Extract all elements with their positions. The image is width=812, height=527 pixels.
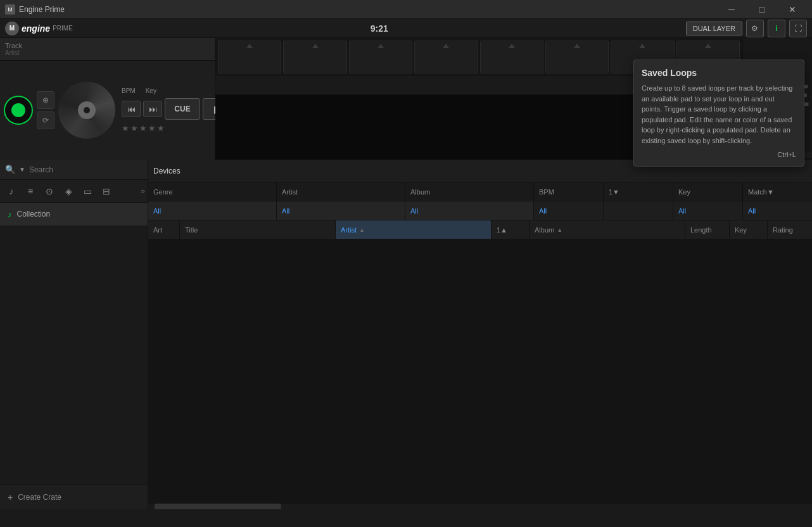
prev-track-button[interactable]: ⏮ xyxy=(122,101,141,117)
pad-triangle-icon xyxy=(246,44,253,48)
sidebar-more-button[interactable]: » xyxy=(141,187,145,196)
col-rating-header[interactable]: Rating xyxy=(768,220,812,239)
filter-key-all[interactable]: All xyxy=(673,201,743,220)
star-1: ★ xyxy=(122,124,129,133)
col-bpm-header[interactable]: 1▲ xyxy=(492,220,530,239)
filter-genre[interactable]: Genre xyxy=(148,182,277,201)
filter-bpm[interactable]: BPM xyxy=(534,182,604,201)
sidebar: 🔍 ▼ ♪ ≡ ⊙ ◈ ▭ ⊟ » ♪ Collection xyxy=(0,160,148,509)
pad-5[interactable] xyxy=(480,41,543,73)
vinyl-record xyxy=(58,82,115,139)
create-crate-button[interactable]: + Create Crate xyxy=(0,484,148,509)
app-header: M engine PRIME 9:21 DUAL LAYER ⚙ i ⛶ xyxy=(0,19,812,38)
pad-triangle-icon xyxy=(509,44,515,48)
star-4: ★ xyxy=(148,124,156,133)
filter-genre-all[interactable]: All xyxy=(148,201,277,220)
bpm-title: BPM xyxy=(122,87,136,94)
pad-triangle-icon xyxy=(639,44,645,48)
expand-button[interactable]: ⛶ xyxy=(789,20,807,37)
pad-triangle-icon xyxy=(705,44,711,48)
key-title: Key xyxy=(146,87,156,94)
sidebar-tree: ♪ Collection xyxy=(0,203,148,484)
cue-button[interactable]: CUE xyxy=(165,98,200,120)
track-label: Track xyxy=(5,42,210,49)
filter-bpm-range[interactable]: 1▼ xyxy=(604,182,673,201)
filter-match[interactable]: Match▼ xyxy=(743,182,812,201)
content-area: Devices Genre Artist Album BPM 1▼ Key Ma… xyxy=(148,160,812,509)
filter-all-row: All All All All All All xyxy=(148,201,812,220)
pad-triangle-icon xyxy=(312,44,319,48)
sidebar-history-icon[interactable]: ⊙ xyxy=(41,182,58,200)
settings-button[interactable]: ⚙ xyxy=(746,20,764,37)
pad-1[interactable] xyxy=(218,41,281,73)
col-key-header[interactable]: Key xyxy=(730,220,768,239)
sidebar-collection-icon[interactable]: ♪ xyxy=(3,182,20,200)
deck-body: ⊕ ⟳ BPM Key xyxy=(0,61,215,160)
filter-bpm-range-all xyxy=(604,201,673,220)
logo-prime-text: PRIME xyxy=(53,25,73,32)
tab-spacer xyxy=(215,76,655,94)
filter-artist-all[interactable]: All xyxy=(277,201,405,220)
bpm-item: BPM xyxy=(122,87,136,94)
col-art-header[interactable]: Art xyxy=(148,220,180,239)
filter-album[interactable]: Album xyxy=(405,182,534,201)
loop-icon-button[interactable]: ⟳ xyxy=(37,111,54,129)
filter-key[interactable]: Key xyxy=(673,182,743,201)
app-icon: M xyxy=(5,4,15,15)
filter-match-all[interactable]: All xyxy=(743,201,812,220)
search-bar: 🔍 ▼ xyxy=(0,160,148,180)
app-title: Engine Prime xyxy=(19,5,65,14)
pad-triangle-icon xyxy=(443,44,449,48)
sidebar-box-icon[interactable]: ▭ xyxy=(79,182,96,200)
next-track-button[interactable]: ⏭ xyxy=(143,101,162,117)
dual-layer-button[interactable]: DUAL LAYER xyxy=(686,22,742,35)
search-input[interactable] xyxy=(29,165,143,174)
col-title-header[interactable]: Title xyxy=(180,220,336,239)
col-headers: Art Title Artist ▲ 1▲ Album ▲ Length xyxy=(148,220,812,239)
sidebar-list-icon[interactable]: ≡ xyxy=(22,182,39,200)
title-bar-controls: ─ □ ✕ xyxy=(717,0,807,19)
filter-icon-button[interactable]: ⊕ xyxy=(37,91,54,109)
star-3: ★ xyxy=(139,124,147,133)
sidebar-icons: ♪ ≡ ⊙ ◈ ▭ ⊟ » xyxy=(0,180,148,203)
info-button[interactable]: i xyxy=(768,20,785,37)
header-controls: DUAL LAYER ⚙ i ⛶ xyxy=(686,20,807,37)
create-crate-plus-icon: + xyxy=(8,492,13,502)
filter-bpm-all[interactable]: All xyxy=(534,201,604,220)
play-button[interactable] xyxy=(4,96,33,125)
horizontal-scrollbar[interactable] xyxy=(148,503,812,509)
sidebar-crate-icon[interactable]: ◈ xyxy=(60,182,77,200)
search-dropdown-icon[interactable]: ▼ xyxy=(19,166,25,173)
pad-4[interactable] xyxy=(414,41,478,73)
pad-2[interactable] xyxy=(283,41,346,73)
filter-row: Genre Artist Album BPM 1▼ Key Match▼ xyxy=(148,182,812,201)
pad-3[interactable] xyxy=(349,41,412,73)
col-artist-header[interactable]: Artist ▲ xyxy=(336,220,492,239)
pad-triangle-icon xyxy=(377,44,384,48)
col-album-header[interactable]: Album ▲ xyxy=(530,220,685,239)
devices-label: Devices xyxy=(153,167,181,175)
record-dot xyxy=(84,107,90,113)
filter-album-all[interactable]: All xyxy=(405,201,534,220)
title-bar-left: M Engine Prime xyxy=(5,4,65,15)
artist-label: Artist xyxy=(5,49,210,56)
side-icons: ⊕ ⟳ xyxy=(37,91,54,129)
saved-loops-popup: Saved Loops Create up to 8 saved loops p… xyxy=(633,60,804,167)
deck-track-info: Track Artist xyxy=(0,38,215,61)
sidebar-device-icon[interactable]: ⊟ xyxy=(98,182,115,200)
logo-text: engine xyxy=(22,23,50,34)
pad-6[interactable] xyxy=(545,41,609,73)
title-bar: M Engine Prime ─ □ ✕ xyxy=(0,0,812,19)
collection-icon: ♪ xyxy=(8,210,12,219)
record-center xyxy=(78,101,96,119)
create-crate-label: Create Crate xyxy=(18,493,61,502)
play-inner-icon xyxy=(11,103,25,117)
close-button[interactable]: ✕ xyxy=(778,0,807,19)
filter-artist[interactable]: Artist xyxy=(277,182,405,201)
col-length-header[interactable]: Length xyxy=(685,220,730,239)
logo-m-icon: M xyxy=(5,22,19,35)
maximize-button[interactable]: □ xyxy=(747,0,777,19)
minimize-button[interactable]: ─ xyxy=(717,0,746,19)
tree-item-collection[interactable]: ♪ Collection xyxy=(0,203,148,225)
time-display: 9:21 xyxy=(371,23,388,34)
